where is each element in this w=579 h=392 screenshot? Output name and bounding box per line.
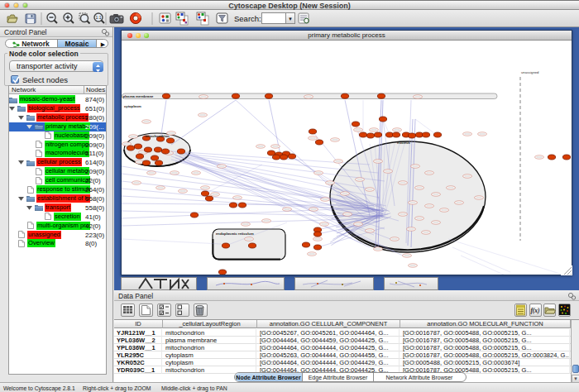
svg-text:mitochondrion: mitochondrion [145,134,170,138]
svg-text:plasma membrane: plasma membrane [123,94,154,98]
svg-text:unassigned: unassigned [521,70,539,74]
svg-text:cytoplasm: cytoplasm [124,104,141,108]
svg-text:nucleus: nucleus [397,141,410,145]
svg-text:endoplasmic reticulum: endoplasmic reticulum [216,232,254,236]
svg-text:f(x): f(x) [530,307,540,314]
svg-text:1:1: 1:1 [96,15,102,20]
